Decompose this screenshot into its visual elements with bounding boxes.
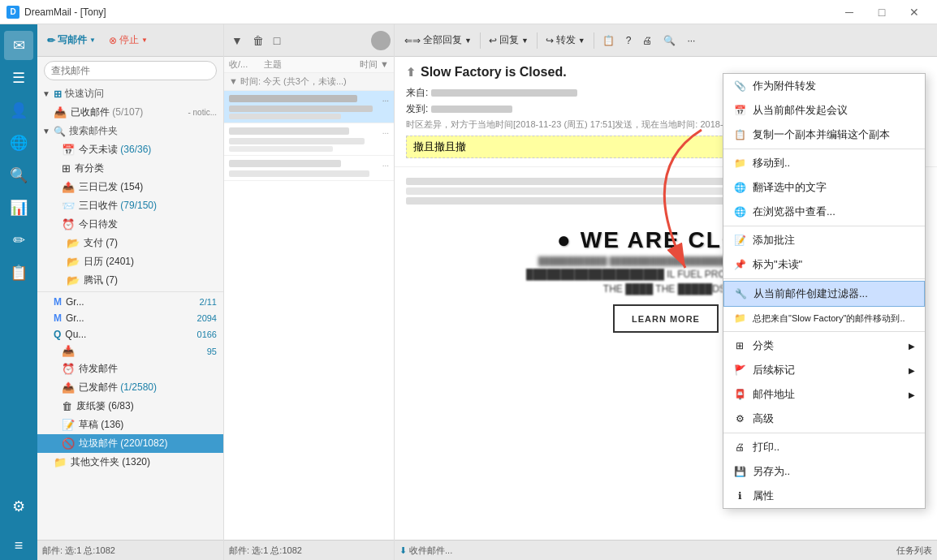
filter-button[interactable]: ▼ — [227, 32, 247, 50]
more-button[interactable]: ··· — [682, 32, 700, 49]
sidebar-bottom-bar: 邮件: 选:1 总:1082 — [37, 540, 223, 560]
rail-globe-icon[interactable]: 🌐 — [4, 128, 33, 157]
folder-spam[interactable]: 🚫 垃圾邮件 (220/1082) — [37, 434, 223, 453]
ctx-copy-edit[interactable]: 📋 复制一个副本并编辑这个副本 — [723, 123, 925, 147]
ctx-annotate-icon: 📝 — [733, 234, 746, 247]
folder-sent[interactable]: 📤 已发邮件 (1/2580) — [37, 378, 223, 397]
gmail2-icon: M — [54, 312, 62, 324]
folder-trash[interactable]: 🗑 废纸篓 (6/83) — [37, 397, 223, 416]
rail-settings-icon[interactable]: ⚙ — [4, 492, 33, 521]
ctx-move[interactable]: 📁 移动到.. — [723, 151, 925, 175]
help-button[interactable]: ? — [621, 32, 637, 49]
maximize-button[interactable]: □ — [866, 0, 898, 24]
ctx-mark-unread[interactable]: 📌 标为"未读" — [723, 252, 925, 277]
toolbar-sep-3 — [594, 32, 594, 49]
mail-item-2[interactable]: ... — [224, 123, 394, 156]
stop-icon: ⊗ — [109, 35, 117, 46]
rail-menu-icon[interactable]: ☰ — [4, 63, 33, 93]
folder-3day-recv[interactable]: 📨 三日收件 (79/150) — [37, 196, 223, 215]
today-label: 今天未读 (36/36) — [79, 143, 151, 157]
ctx-saveas[interactable]: 💾 另存为.. — [723, 459, 925, 484]
folder-pay[interactable]: 📂 支付 (7) — [37, 234, 223, 252]
zoom-button[interactable]: 🔍 — [658, 32, 680, 49]
other-label: 其他文件夹 (1320) — [71, 455, 150, 469]
folder-pending[interactable]: ⏰ 今日待发 — [37, 215, 223, 234]
quick-access-icon: ⊞ — [54, 88, 62, 100]
ctx-annotate[interactable]: 📝 添加批注 — [723, 228, 925, 252]
avatar — [371, 31, 391, 50]
toolbar-sep-1 — [480, 32, 481, 49]
mail-footer-left: ⬇ 收件邮件... — [399, 545, 452, 557]
delete-button[interactable]: 🗑 — [248, 32, 268, 50]
search-folder-header[interactable]: ▼ 🔍 搜索邮件夹 — [37, 122, 223, 140]
ctx-translate[interactable]: 🌐 翻译选中的文字 — [723, 175, 925, 200]
ctx-move-factory[interactable]: 📁 总把来自"Slow Factory"的邮件移动到.. — [723, 307, 925, 330]
ctx-advanced[interactable]: ⚙ 高级 — [723, 407, 925, 431]
preview-blur-2 — [229, 146, 333, 152]
mail-item-1[interactable]: ... — [224, 91, 394, 123]
folder-gmail2[interactable]: M Gr... 2094 — [37, 310, 223, 326]
trash-icon: 🗑 — [62, 400, 72, 412]
learn-more-button[interactable]: LEARN MORE — [613, 304, 719, 333]
folder-gmail1[interactable]: M Gr... 2/11 — [37, 294, 223, 310]
folder-cal[interactable]: 📂 日历 (2401) — [37, 252, 223, 271]
rail-chart-icon[interactable]: 📊 — [4, 193, 33, 222]
rail-search-icon[interactable]: 🔍 — [4, 161, 33, 190]
reply-all-button[interactable]: ⇐⇒ 全部回复 ▼ — [399, 31, 477, 50]
ctx-create-filter[interactable]: 🔧 从当前邮件创建过滤器... — [723, 281, 925, 307]
rail-edit-icon[interactable]: ✏ — [4, 226, 33, 255]
ctx-create-filter-icon: 🔧 — [734, 287, 747, 300]
folder-drafts[interactable]: 📝 草稿 (136) — [37, 416, 223, 434]
ctx-copy-edit-label: 复制一个副本并编辑这个副本 — [753, 127, 890, 142]
folder-item-inbox[interactable]: 📥 已收邮件 (5/107) - notic... — [37, 103, 223, 122]
folder-3day-sent[interactable]: 📤 三日已发 (154) — [37, 178, 223, 196]
ctx-address[interactable]: 📮 邮件地址 ▶ — [723, 382, 925, 407]
ctx-properties[interactable]: ℹ 属性 — [723, 484, 925, 508]
rail-clipboard-icon[interactable]: 📋 — [4, 258, 33, 287]
sidebar: ✏ 写邮件 ▼ ⊗ 停止 ▼ ▼ ⊞ 快速访问 📥 已收邮件 — [37, 24, 224, 560]
title-bar: D DreamMail - [Tony] ─ □ ✕ — [0, 0, 937, 24]
gmail2-count: 2094 — [197, 313, 217, 323]
mail-item-3[interactable]: ... — [224, 156, 394, 181]
folder-qq[interactable]: Q Qu... 0166 — [37, 326, 223, 342]
folder-inbox2[interactable]: 📥 95 — [37, 342, 223, 360]
ctx-forward-attachment[interactable]: 📎 作为附件转发 — [723, 74, 925, 98]
ctx-followup[interactable]: 🚩 后续标记 ▶ — [723, 358, 925, 382]
title-bar-text: DreamMail - [Tony] — [24, 6, 833, 18]
print-button[interactable]: 🖨 — [637, 32, 657, 49]
report-button[interactable]: □ — [270, 32, 284, 50]
ctx-create-filter-label: 从当前邮件创建过滤器... — [753, 286, 868, 301]
inbox-icon: 📥 — [54, 106, 67, 118]
folder-classified[interactable]: ⊞ 有分类 — [37, 159, 223, 178]
reply-arrow: ▼ — [521, 37, 529, 45]
rail-menu-bottom-icon[interactable]: ≡ — [4, 531, 33, 560]
search-input[interactable] — [44, 61, 217, 80]
folder-other[interactable]: 📁 其他文件夹 (1320) — [37, 453, 223, 472]
close-button[interactable]: ✕ — [898, 0, 931, 24]
quick-access-header[interactable]: ▼ ⊞ 快速访问 — [37, 84, 223, 103]
forward-button[interactable]: ↪ 转发 ▼ — [541, 31, 590, 50]
ctx-meeting-icon: 📅 — [733, 104, 746, 117]
ctx-meeting[interactable]: 📅 从当前邮件发起会议 — [723, 98, 925, 123]
forward-arrow: ▼ — [578, 37, 585, 45]
mail-footer: ⬇ 收件邮件... 任务列表 — [395, 540, 937, 560]
rail-mail-icon[interactable]: ✉ — [4, 31, 33, 60]
reply-icon: ↩ — [489, 35, 497, 46]
ctx-browser[interactable]: 🌐 在浏览器中查看... — [723, 200, 925, 224]
ctx-print[interactable]: 🖨 打印.. — [723, 435, 925, 459]
folder-today-unread[interactable]: 📅 今天未读 (36/36) — [37, 140, 223, 159]
ctx-advanced-icon: ⚙ — [733, 412, 746, 425]
stop-arrow-icon: ▼ — [141, 37, 148, 44]
copy-button[interactable]: 📋 — [598, 32, 620, 49]
ctx-annotate-label: 添加批注 — [753, 233, 795, 248]
rail-contacts-icon[interactable]: 👤 — [4, 96, 33, 125]
classified-icon: ⊞ — [62, 162, 71, 174]
folder-tencent[interactable]: 📂 腾讯 (7) — [37, 271, 223, 290]
folder-drafts-send[interactable]: ⏰ 待发邮件 — [37, 360, 223, 378]
compose-button[interactable]: ✏ 写邮件 ▼ — [42, 31, 101, 50]
minimize-button[interactable]: ─ — [833, 0, 866, 24]
ctx-classify[interactable]: ⊞ 分类 ▶ — [723, 334, 925, 358]
inbox2-count: 95 — [207, 347, 217, 356]
stop-button[interactable]: ⊗ 停止 ▼ — [104, 31, 153, 50]
reply-button[interactable]: ↩ 回复 ▼ — [484, 31, 533, 50]
